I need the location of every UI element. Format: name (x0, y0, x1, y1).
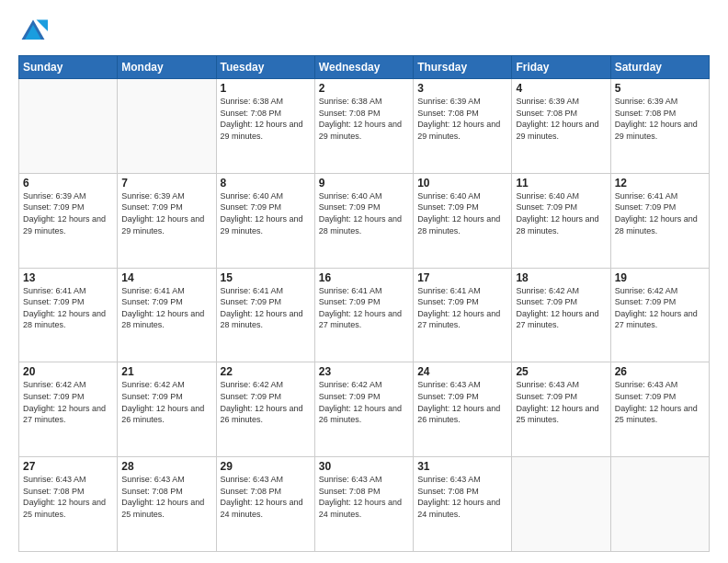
calendar-cell (19, 79, 118, 174)
day-number: 29 (221, 460, 311, 473)
calendar-cell: 11Sunrise: 6:40 AM Sunset: 7:09 PM Dayli… (512, 173, 610, 268)
weekday-header-wednesday: Wednesday (314, 56, 413, 79)
day-info: Sunrise: 6:43 AM Sunset: 7:08 PM Dayligh… (417, 474, 507, 520)
day-info: Sunrise: 6:41 AM Sunset: 7:09 PM Dayligh… (221, 285, 311, 331)
calendar-cell: 24Sunrise: 6:43 AM Sunset: 7:09 PM Dayli… (414, 362, 512, 457)
week-row-3: 13Sunrise: 6:41 AM Sunset: 7:09 PM Dayli… (19, 268, 710, 362)
calendar-cell: 3Sunrise: 6:39 AM Sunset: 7:08 PM Daylig… (414, 79, 512, 174)
calendar-cell: 6Sunrise: 6:39 AM Sunset: 7:09 PM Daylig… (19, 173, 118, 268)
weekday-header-tuesday: Tuesday (216, 56, 314, 79)
week-row-4: 20Sunrise: 6:42 AM Sunset: 7:09 PM Dayli… (19, 362, 710, 457)
week-row-1: 1Sunrise: 6:38 AM Sunset: 7:08 PM Daylig… (19, 79, 710, 174)
day-number: 14 (121, 271, 211, 284)
day-info: Sunrise: 6:42 AM Sunset: 7:09 PM Dayligh… (615, 285, 705, 331)
calendar-cell: 8Sunrise: 6:40 AM Sunset: 7:09 PM Daylig… (216, 173, 314, 268)
day-number: 16 (319, 271, 409, 284)
calendar-cell: 4Sunrise: 6:39 AM Sunset: 7:08 PM Daylig… (512, 79, 610, 174)
day-info: Sunrise: 6:38 AM Sunset: 7:08 PM Dayligh… (221, 96, 311, 142)
day-info: Sunrise: 6:41 AM Sunset: 7:09 PM Dayligh… (319, 285, 409, 331)
day-number: 9 (319, 177, 409, 190)
day-number: 8 (221, 177, 311, 190)
day-number: 23 (319, 365, 409, 378)
calendar-cell: 7Sunrise: 6:39 AM Sunset: 7:09 PM Daylig… (118, 173, 216, 268)
day-info: Sunrise: 6:43 AM Sunset: 7:08 PM Dayligh… (23, 474, 113, 520)
day-info: Sunrise: 6:42 AM Sunset: 7:09 PM Dayligh… (319, 379, 409, 425)
calendar-cell: 15Sunrise: 6:41 AM Sunset: 7:09 PM Dayli… (216, 268, 314, 362)
calendar-cell: 29Sunrise: 6:43 AM Sunset: 7:08 PM Dayli… (216, 457, 314, 552)
day-info: Sunrise: 6:39 AM Sunset: 7:08 PM Dayligh… (615, 96, 705, 142)
day-number: 4 (516, 82, 606, 95)
calendar-cell: 1Sunrise: 6:38 AM Sunset: 7:08 PM Daylig… (216, 79, 314, 174)
day-info: Sunrise: 6:39 AM Sunset: 7:09 PM Dayligh… (23, 190, 113, 236)
day-info: Sunrise: 6:43 AM Sunset: 7:08 PM Dayligh… (221, 474, 311, 520)
day-number: 13 (23, 271, 113, 284)
calendar-cell: 2Sunrise: 6:38 AM Sunset: 7:08 PM Daylig… (314, 79, 413, 174)
day-number: 3 (417, 82, 507, 95)
day-info: Sunrise: 6:42 AM Sunset: 7:09 PM Dayligh… (516, 285, 606, 331)
day-info: Sunrise: 6:41 AM Sunset: 7:09 PM Dayligh… (23, 285, 113, 331)
day-info: Sunrise: 6:43 AM Sunset: 7:08 PM Dayligh… (319, 474, 409, 520)
day-info: Sunrise: 6:38 AM Sunset: 7:08 PM Dayligh… (319, 96, 409, 142)
week-row-2: 6Sunrise: 6:39 AM Sunset: 7:09 PM Daylig… (19, 173, 710, 268)
logo-icon (18, 17, 48, 46)
day-number: 12 (615, 177, 705, 190)
day-info: Sunrise: 6:40 AM Sunset: 7:09 PM Dayligh… (221, 190, 311, 236)
day-number: 6 (23, 177, 113, 190)
day-number: 17 (417, 271, 507, 284)
day-number: 30 (319, 460, 409, 473)
day-number: 7 (121, 177, 211, 190)
day-number: 27 (23, 460, 113, 473)
day-info: Sunrise: 6:42 AM Sunset: 7:09 PM Dayligh… (121, 379, 211, 425)
day-info: Sunrise: 6:41 AM Sunset: 7:09 PM Dayligh… (121, 285, 211, 331)
weekday-header-row: SundayMondayTuesdayWednesdayThursdayFrid… (19, 56, 710, 79)
day-number: 18 (516, 271, 606, 284)
calendar-cell: 31Sunrise: 6:43 AM Sunset: 7:08 PM Dayli… (414, 457, 512, 552)
calendar-cell (118, 79, 216, 174)
calendar-cell (610, 457, 709, 552)
calendar-cell: 27Sunrise: 6:43 AM Sunset: 7:08 PM Dayli… (19, 457, 118, 552)
calendar-cell: 10Sunrise: 6:40 AM Sunset: 7:09 PM Dayli… (414, 173, 512, 268)
calendar-cell: 14Sunrise: 6:41 AM Sunset: 7:09 PM Dayli… (118, 268, 216, 362)
day-number: 10 (417, 177, 507, 190)
calendar-cell: 23Sunrise: 6:42 AM Sunset: 7:09 PM Dayli… (314, 362, 413, 457)
calendar-cell: 5Sunrise: 6:39 AM Sunset: 7:08 PM Daylig… (610, 79, 709, 174)
day-number: 25 (516, 365, 606, 378)
calendar-cell: 17Sunrise: 6:41 AM Sunset: 7:09 PM Dayli… (414, 268, 512, 362)
day-info: Sunrise: 6:39 AM Sunset: 7:09 PM Dayligh… (121, 190, 211, 236)
day-info: Sunrise: 6:43 AM Sunset: 7:09 PM Dayligh… (615, 379, 705, 425)
logo (18, 17, 51, 46)
day-number: 26 (615, 365, 705, 378)
calendar-table: SundayMondayTuesdayWednesdayThursdayFrid… (18, 55, 710, 552)
day-info: Sunrise: 6:43 AM Sunset: 7:09 PM Dayligh… (516, 379, 606, 425)
calendar-cell: 20Sunrise: 6:42 AM Sunset: 7:09 PM Dayli… (19, 362, 118, 457)
day-number: 21 (121, 365, 211, 378)
header (18, 17, 710, 46)
calendar-cell: 13Sunrise: 6:41 AM Sunset: 7:09 PM Dayli… (19, 268, 118, 362)
weekday-header-saturday: Saturday (610, 56, 709, 79)
weekday-header-monday: Monday (118, 56, 216, 79)
calendar-cell: 28Sunrise: 6:43 AM Sunset: 7:08 PM Dayli… (118, 457, 216, 552)
calendar-cell: 25Sunrise: 6:43 AM Sunset: 7:09 PM Dayli… (512, 362, 610, 457)
day-info: Sunrise: 6:40 AM Sunset: 7:09 PM Dayligh… (516, 190, 606, 236)
calendar-cell: 30Sunrise: 6:43 AM Sunset: 7:08 PM Dayli… (314, 457, 413, 552)
day-info: Sunrise: 6:42 AM Sunset: 7:09 PM Dayligh… (23, 379, 113, 425)
calendar-cell: 22Sunrise: 6:42 AM Sunset: 7:09 PM Dayli… (216, 362, 314, 457)
weekday-header-thursday: Thursday (414, 56, 512, 79)
day-info: Sunrise: 6:41 AM Sunset: 7:09 PM Dayligh… (417, 285, 507, 331)
day-number: 1 (221, 82, 311, 95)
week-row-5: 27Sunrise: 6:43 AM Sunset: 7:08 PM Dayli… (19, 457, 710, 552)
calendar-cell: 21Sunrise: 6:42 AM Sunset: 7:09 PM Dayli… (118, 362, 216, 457)
day-info: Sunrise: 6:43 AM Sunset: 7:09 PM Dayligh… (417, 379, 507, 425)
day-info: Sunrise: 6:40 AM Sunset: 7:09 PM Dayligh… (319, 190, 409, 236)
weekday-header-sunday: Sunday (19, 56, 118, 79)
day-info: Sunrise: 6:41 AM Sunset: 7:09 PM Dayligh… (615, 190, 705, 236)
day-number: 15 (221, 271, 311, 284)
calendar-cell: 9Sunrise: 6:40 AM Sunset: 7:09 PM Daylig… (314, 173, 413, 268)
calendar-cell: 18Sunrise: 6:42 AM Sunset: 7:09 PM Dayli… (512, 268, 610, 362)
day-number: 5 (615, 82, 705, 95)
day-number: 24 (417, 365, 507, 378)
day-number: 11 (516, 177, 606, 190)
day-number: 19 (615, 271, 705, 284)
day-number: 31 (417, 460, 507, 473)
day-number: 2 (319, 82, 409, 95)
